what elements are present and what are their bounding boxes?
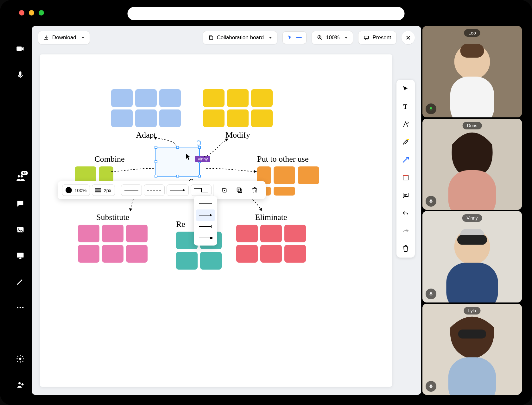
- participant-mic-indicator[interactable]: [426, 289, 436, 299]
- sticky-note[interactable]: [159, 109, 181, 127]
- sticky-note[interactable]: [274, 166, 295, 184]
- comment-tool[interactable]: [401, 190, 410, 200]
- line-style-step[interactable]: [191, 184, 212, 196]
- line-style-dashed[interactable]: [144, 184, 165, 196]
- video-tile[interactable]: Vinny: [422, 211, 522, 302]
- camera-icon[interactable]: [16, 44, 25, 53]
- close-board-button[interactable]: [402, 31, 415, 44]
- collaborator-name-tag: Vinny: [195, 156, 210, 162]
- cluster-substitute[interactable]: Substitute: [78, 213, 148, 263]
- cluster-modify[interactable]: Modify: [203, 89, 273, 140]
- highlighter-tool[interactable]: [401, 137, 410, 147]
- whiteboard-area: Download Collaboration board 100%: [32, 26, 421, 395]
- sticky-note[interactable]: [260, 245, 282, 263]
- sticky-note[interactable]: [284, 245, 306, 263]
- present-label: Present: [372, 34, 391, 41]
- sticky-note[interactable]: [203, 109, 225, 127]
- sticky-note[interactable]: [227, 109, 249, 127]
- sticky-note[interactable]: [227, 89, 249, 107]
- participant-mic-indicator[interactable]: [426, 381, 436, 392]
- font-tool[interactable]: [401, 120, 410, 129]
- participants-icon[interactable]: 13: [16, 173, 25, 182]
- sticky-note[interactable]: [111, 89, 133, 107]
- arrow-tool[interactable]: [401, 155, 410, 165]
- browser-address-bar[interactable]: [128, 7, 405, 20]
- text-tool[interactable]: T: [401, 102, 410, 111]
- download-button[interactable]: Download: [38, 31, 90, 44]
- download-label: Download: [52, 34, 76, 41]
- undo-button[interactable]: [401, 208, 410, 218]
- undo-icon: [402, 209, 409, 217]
- invite-icon[interactable]: [16, 380, 25, 389]
- stroke-width-control[interactable]: 2px: [92, 184, 115, 196]
- sticky-note[interactable]: [135, 109, 157, 127]
- board-canvas[interactable]: Adapt Modify Combine: [40, 54, 392, 387]
- arrow-end-dropdown[interactable]: [194, 196, 217, 246]
- format-toolbar: 100% 2px: [58, 181, 266, 199]
- sticky-note[interactable]: [260, 225, 282, 242]
- more-icon[interactable]: [16, 303, 25, 312]
- present-button[interactable]: Present: [358, 31, 396, 44]
- zoom-control[interactable]: 100%: [312, 31, 353, 44]
- sticky-note[interactable]: [126, 225, 148, 242]
- cluster-put-other[interactable]: Put to other use: [257, 154, 319, 196]
- sticky-note[interactable]: [126, 245, 148, 263]
- window-close-button[interactable]: [19, 10, 24, 16]
- board-title-dropdown[interactable]: Collaboration board: [203, 31, 277, 44]
- chat-icon[interactable]: [16, 199, 25, 208]
- sticky-note[interactable]: [159, 89, 181, 107]
- sticky-note[interactable]: [236, 225, 258, 242]
- sticky-note[interactable]: [78, 225, 99, 242]
- sticky-note[interactable]: [298, 166, 319, 184]
- microphone-icon[interactable]: [16, 70, 25, 79]
- delete-button[interactable]: [248, 184, 261, 197]
- sticky-note[interactable]: [284, 225, 306, 242]
- select-tool[interactable]: [401, 84, 410, 94]
- selection-box[interactable]: [155, 147, 200, 177]
- participant-mic-indicator[interactable]: [426, 103, 436, 114]
- redo-button[interactable]: [401, 226, 410, 235]
- bring-forward-button[interactable]: [218, 184, 231, 197]
- arrow-end-dropdown-trigger[interactable]: [167, 184, 189, 196]
- participant-mic-indicator[interactable]: [426, 196, 436, 207]
- cluster-eliminate[interactable]: Eliminate: [236, 213, 306, 263]
- window-traffic-lights[interactable]: [19, 10, 44, 16]
- cluster-label: Combine: [75, 154, 144, 164]
- rotate-handle-icon[interactable]: [196, 140, 201, 146]
- screen-share-icon[interactable]: [16, 251, 25, 260]
- sticky-note[interactable]: [251, 109, 273, 127]
- video-tile[interactable]: Doris: [422, 119, 522, 210]
- video-tile[interactable]: Leo: [422, 26, 522, 117]
- sticky-note[interactable]: [274, 187, 295, 196]
- cluster-adapt[interactable]: Adapt: [111, 89, 181, 140]
- sticky-note[interactable]: [200, 252, 222, 270]
- duplicate-icon: [236, 187, 243, 194]
- sticky-note[interactable]: [102, 245, 124, 263]
- duplicate-button[interactable]: [233, 184, 246, 197]
- arrow-end-dot[interactable]: [196, 232, 215, 244]
- sticky-note[interactable]: [251, 89, 273, 107]
- sticky-note[interactable]: [135, 89, 157, 107]
- color-opacity-control[interactable]: 100%: [62, 184, 90, 196]
- video-tile[interactable]: Lyla: [422, 304, 522, 395]
- image-icon[interactable]: [16, 225, 25, 234]
- arrow-end-none[interactable]: [196, 198, 215, 209]
- settings-icon[interactable]: [16, 354, 25, 363]
- arrow-end-open[interactable]: [196, 209, 215, 221]
- pen-icon[interactable]: [16, 277, 25, 286]
- line-style-solid[interactable]: [121, 184, 142, 196]
- window-minimize-button[interactable]: [29, 10, 34, 16]
- cluster-combine[interactable]: Combine: [75, 154, 144, 184]
- sticky-note[interactable]: [78, 245, 99, 263]
- window-maximize-button[interactable]: [39, 10, 44, 16]
- sticky-note[interactable]: [176, 252, 198, 270]
- sticky-note[interactable]: [203, 89, 225, 107]
- trash-tool[interactable]: [401, 244, 410, 253]
- cursor-mode-button[interactable]: [282, 31, 307, 44]
- sticky-note[interactable]: [111, 109, 133, 127]
- shape-tool[interactable]: [401, 173, 410, 182]
- sticky-note[interactable]: [236, 245, 258, 263]
- svg-rect-17: [95, 190, 101, 190]
- sticky-note[interactable]: [102, 225, 124, 242]
- arrow-end-bar[interactable]: [196, 221, 215, 232]
